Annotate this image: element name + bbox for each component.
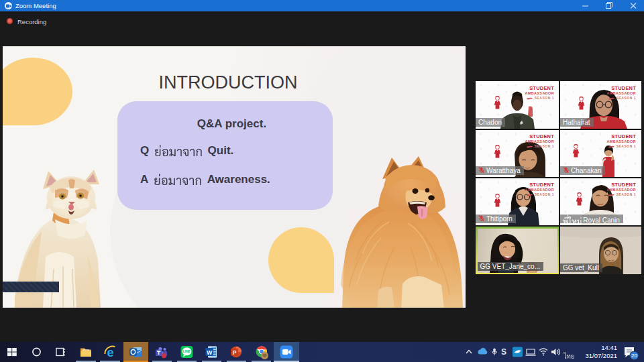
svg-text:P: P xyxy=(233,349,237,356)
svg-text:20: 20 xyxy=(631,353,637,359)
svg-text:LINE: LINE xyxy=(183,349,191,353)
svg-text:W: W xyxy=(207,349,213,356)
